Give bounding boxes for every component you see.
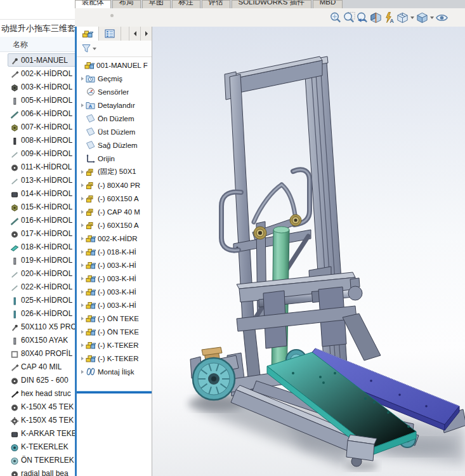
file-row[interactable]: 017-K-HİDROL [0, 227, 77, 240]
tree-item[interactable]: (-) CAP 40 M [77, 205, 152, 218]
file-row[interactable]: 014-K-HİDROL [0, 187, 77, 200]
3d-viewport[interactable] [152, 27, 465, 476]
tree-item[interactable]: Orijin [77, 152, 152, 165]
tree-item[interactable]: (-) 003-K-Hİ [77, 285, 152, 298]
view-orientation-dropdown[interactable] [409, 10, 416, 25]
tree-item[interactable]: 002-K-HİDR [77, 232, 152, 245]
file-row[interactable]: 016-K-HİDROL [0, 213, 77, 227]
section-view-button[interactable] [369, 10, 383, 25]
ribbon-tab[interactable]: 评估 [202, 0, 230, 9]
tree-item[interactable]: (-) 80X40 PR [77, 178, 152, 192]
display-style-button[interactable] [416, 10, 429, 25]
tree-item[interactable]: (-) 60X150 A [77, 218, 152, 232]
file-row[interactable]: K-ARKAR TEKE [0, 426, 77, 440]
ribbon-tab[interactable]: 标注 [172, 0, 200, 9]
file-row[interactable]: 022-K-HİDROL [0, 280, 77, 293]
file-row[interactable]: radial ball bea [0, 466, 77, 476]
expand-arrow-icon[interactable] [79, 170, 86, 174]
rollback-bar[interactable] [77, 391, 152, 393]
expand-arrow-icon[interactable] [79, 317, 86, 321]
tree-item[interactable]: Geçmiş [77, 72, 152, 85]
tree-item[interactable]: Üst Düzlem [77, 125, 152, 138]
file-row[interactable]: 009-K-HİDROL [0, 147, 77, 160]
file-row[interactable]: K-TEKERLEK [0, 440, 77, 453]
tree-item[interactable]: (-) 018-K-Hİ [77, 245, 152, 258]
expand-arrow-icon[interactable] [79, 357, 86, 360]
zoom-to-fit-button[interactable] [329, 10, 343, 25]
tree-item[interactable]: (-) ÖN TEKE [77, 325, 152, 338]
dynamic-annotation-views-button[interactable]: A [383, 10, 396, 25]
file-row[interactable]: 006-K-HİDROL [0, 107, 77, 120]
file-row[interactable]: 80X40 PROFİL [0, 347, 77, 360]
ribbon-tab[interactable]: SOLIDWORKS 插件 [232, 0, 311, 9]
file-row[interactable]: 001-MANUEL [0, 53, 77, 67]
file-row[interactable]: DIN 625 - 600 [0, 373, 77, 387]
tree-item[interactable]: (-) ÖN TEKE [77, 312, 152, 325]
file-row[interactable]: 025-K-HİDROL [0, 293, 77, 307]
tree-item[interactable]: (固定) 50X1 [77, 165, 152, 178]
tree-item[interactable]: 001-MANUEL F [77, 58, 152, 72]
ribbon-tab[interactable]: 布局 [112, 0, 141, 9]
name-column-header[interactable]: 名称 [0, 37, 77, 52]
expand-arrow-icon[interactable] [79, 290, 86, 294]
zoom-to-area-button[interactable] [343, 10, 356, 25]
file-row[interactable]: 60X150 AYAK [0, 333, 77, 347]
expand-arrow-icon[interactable] [79, 210, 86, 214]
view-orientation-button[interactable] [396, 10, 409, 25]
panel-tab-scroll-left[interactable] [129, 27, 140, 41]
tree-item[interactable]: (-) K-TEKER [77, 352, 152, 365]
tree-item[interactable]: (-) K-TEKER [77, 338, 152, 352]
file-row[interactable]: K-150X 45 TEK [0, 400, 77, 413]
file-row[interactable]: 020-K-HİDROL [0, 267, 77, 280]
file-row[interactable]: 018-K-HİDROL [0, 240, 77, 253]
tree-item[interactable]: Montaj İlişk [77, 365, 152, 378]
tree-item[interactable]: Sensörler [77, 85, 152, 98]
expand-arrow-icon[interactable] [79, 250, 86, 254]
file-row[interactable]: 008-K-HİDROL [0, 133, 77, 147]
file-row[interactable]: 007-K-HİDROL [0, 120, 77, 133]
expand-arrow-icon[interactable] [79, 263, 86, 267]
display-style-dropdown[interactable] [429, 10, 435, 25]
tree-filter-bar[interactable] [77, 41, 152, 57]
file-row[interactable]: 011-K-HİDROL [0, 160, 77, 173]
tree-item[interactable]: (-) 003-K-Hİ [77, 298, 152, 312]
expand-arrow-icon[interactable] [79, 183, 86, 187]
file-row[interactable]: K-150X 45 TEK [0, 413, 77, 426]
file-row[interactable]: 026-K-HİDROL [0, 307, 77, 320]
tree-item[interactable]: Ön Düzlem [77, 112, 152, 125]
expand-arrow-icon[interactable] [79, 277, 86, 281]
tree-item[interactable]: (-) 60X150 A [77, 192, 152, 205]
ribbon-tab[interactable]: 草图 [142, 0, 171, 9]
file-row[interactable]: 015-K-HİDROL [0, 200, 77, 213]
file-row[interactable]: 019-K-HİDROL [0, 253, 77, 267]
file-row[interactable]: hex head struc [0, 387, 77, 400]
file-row[interactable]: CAP 40 MIL [0, 360, 77, 373]
file-row[interactable]: 002-K-HİDROL [0, 67, 77, 80]
tree-item[interactable]: (-) 003-K-Hİ [77, 258, 152, 272]
tree-item[interactable]: Sağ Düzlem [77, 138, 152, 152]
previous-view-button[interactable] [356, 10, 369, 25]
ribbon-tab[interactable]: 装配体 [75, 0, 111, 9]
expand-arrow-icon[interactable] [79, 103, 86, 107]
tab-property-manager[interactable] [99, 27, 121, 41]
expand-arrow-icon[interactable] [79, 370, 86, 374]
file-row[interactable]: 005-K-HİDROL [0, 93, 77, 107]
ribbon-tab[interactable]: MBD [313, 0, 343, 9]
expand-arrow-icon[interactable] [79, 330, 86, 334]
expand-arrow-icon[interactable] [79, 223, 86, 227]
tab-featuremanager-tree[interactable] [77, 27, 99, 41]
panel-tab-scroll-right[interactable] [140, 27, 152, 41]
expand-arrow-icon[interactable] [79, 197, 86, 201]
file-row[interactable]: 013-K-HİDROL [0, 173, 77, 187]
tree-item[interactable]: (-) 003-K-Hİ [77, 272, 152, 285]
expand-arrow-icon[interactable] [79, 237, 86, 241]
part-file-icon [10, 296, 19, 304]
expand-arrow-icon[interactable] [79, 77, 86, 81]
file-row[interactable]: 003-K-HİDROL [0, 80, 77, 93]
hide-show-items-button[interactable] [435, 10, 449, 25]
expand-arrow-icon[interactable] [79, 303, 86, 307]
file-row[interactable]: 50X110 X5 PRO [0, 320, 77, 333]
expand-arrow-icon[interactable] [79, 343, 86, 347]
tree-item[interactable]: ADetaylandır [77, 98, 152, 112]
file-row[interactable]: ÖN TEKERLEK [0, 453, 77, 466]
